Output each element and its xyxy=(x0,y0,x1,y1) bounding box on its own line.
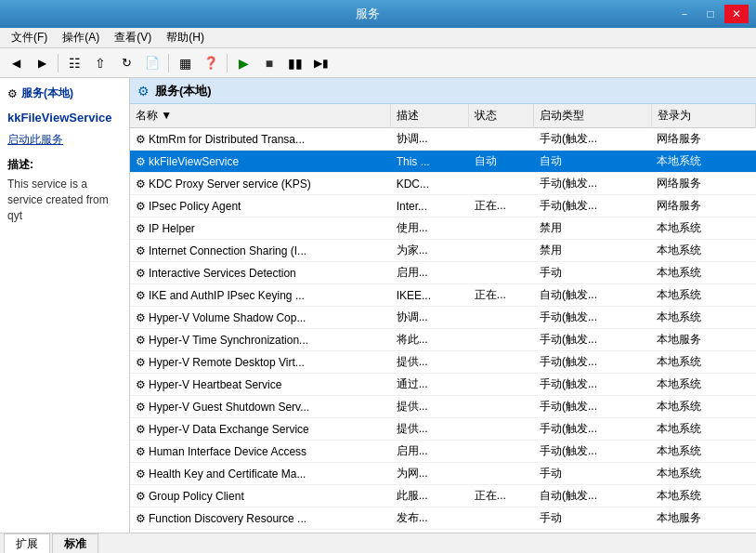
service-logon-cell: 本地系统 xyxy=(651,463,755,485)
service-status-cell xyxy=(469,128,534,151)
service-start-type-cell: 手动 xyxy=(534,463,651,485)
up-button[interactable]: ⇧ xyxy=(88,52,112,74)
service-start-type-cell: 自动(触发... xyxy=(534,485,651,507)
table-row[interactable]: ⚙Function Discovery Provider H...FDP...手… xyxy=(130,530,756,533)
table-row[interactable]: ⚙Function Discovery Resource ...发布...手动本… xyxy=(130,507,756,530)
forward-button[interactable]: ▶ xyxy=(30,52,54,74)
service-desc-cell: Inter... xyxy=(391,195,469,217)
col-desc[interactable]: 描述 xyxy=(391,104,469,128)
table-row[interactable]: ⚙Group Policy Client此服...正在...自动(触发...本地… xyxy=(130,485,756,507)
service-start-type-cell: 手动(触发... xyxy=(534,396,651,418)
description-text: This service is a service created from q… xyxy=(7,177,122,223)
service-desc-cell: 为网... xyxy=(391,463,469,485)
service-logon-cell: 本地系统 xyxy=(651,374,755,396)
table-row[interactable]: ⚙Hyper-V Volume Shadow Cop...协调...手动(触发.… xyxy=(130,307,756,329)
service-start-type-cell: 手动(触发... xyxy=(534,418,651,441)
service-name-cell: ⚙Hyper-V Heartbeat Service xyxy=(130,374,391,396)
table-row[interactable]: ⚙IP Helper使用...禁用本地系统 xyxy=(130,217,756,240)
table-row[interactable]: ⚙Health Key and Certificate Ma...为网...手动… xyxy=(130,463,756,485)
restart-service-toolbar-button[interactable]: ▶▮ xyxy=(309,52,333,74)
stop-service-toolbar-button[interactable]: ■ xyxy=(257,52,281,74)
service-start-type-cell: 禁用 xyxy=(534,217,651,240)
col-logon[interactable]: 登录为 xyxy=(651,104,755,128)
service-desc-cell: IKEE... xyxy=(391,284,469,307)
status-tab-扩展[interactable]: 扩展 xyxy=(4,533,50,554)
services-table-wrapper[interactable]: 名称 ▼ 描述 状态 启动类型 登录为 ⚙KtmRm for Distribut… xyxy=(130,104,756,533)
service-desc-cell: 通过... xyxy=(391,374,469,396)
sidebar: ⚙ 服务(本地) kkFileViewService 启动此服务 描述: Thi… xyxy=(0,78,130,533)
service-name-cell: ⚙Function Discovery Resource ... xyxy=(130,507,391,530)
table-row[interactable]: ⚙Hyper-V Time Synchronization...将此...手动(… xyxy=(130,329,756,351)
show-console-tree-button[interactable]: ☷ xyxy=(62,52,86,74)
properties-button[interactable]: ▦ xyxy=(173,52,197,74)
service-logon-cell: 本地系统 xyxy=(651,485,755,507)
service-desc-cell: 使用... xyxy=(391,217,469,240)
content-header: ⚙ 服务(本地) xyxy=(130,78,756,104)
table-row[interactable]: ⚙IKE and AuthIP IPsec Keying ...IKEE...正… xyxy=(130,284,756,307)
export-button[interactable]: 📄 xyxy=(140,52,164,74)
description-label: 描述: xyxy=(7,157,122,173)
content-area: ⚙ 服务(本地) 名称 ▼ 描述 状态 启动类型 登录为 ⚙KtmRm for … xyxy=(130,78,756,533)
service-start-type-cell: 手动(触发... xyxy=(534,351,651,374)
table-header-row: 名称 ▼ 描述 状态 启动类型 登录为 xyxy=(130,104,756,128)
service-name-cell: ⚙Function Discovery Provider H... xyxy=(130,530,391,533)
minimize-button[interactable]: － xyxy=(672,5,697,23)
service-logon-cell: 本地系统 xyxy=(651,351,755,374)
service-name-cell: ⚙IKE and AuthIP IPsec Keying ... xyxy=(130,284,391,307)
table-row[interactable]: ⚙Hyper-V Remote Desktop Virt...提供...手动(触… xyxy=(130,351,756,374)
back-button[interactable]: ◀ xyxy=(4,52,28,74)
menu-item-查看V[interactable]: 查看(V) xyxy=(107,28,159,47)
table-row[interactable]: ⚙kkFileViewServiceThis ...自动自动本地系统 xyxy=(130,151,756,173)
status-tab-标准[interactable]: 标准 xyxy=(52,533,98,554)
col-status[interactable]: 状态 xyxy=(469,104,534,128)
service-desc-cell: FDP... xyxy=(391,530,469,533)
table-row[interactable]: ⚙KtmRm for Distributed Transa...协调...手动(… xyxy=(130,128,756,151)
service-logon-cell: 本地服务 xyxy=(651,329,755,351)
service-logon-cell: 网络服务 xyxy=(651,128,755,151)
pause-service-toolbar-button[interactable]: ▮▮ xyxy=(283,52,307,74)
close-button[interactable]: ✕ xyxy=(724,5,749,23)
service-desc-cell: This ... xyxy=(391,151,469,173)
service-name-cell: ⚙Group Policy Client xyxy=(130,485,391,507)
service-name-cell: ⚙Health Key and Certificate Ma... xyxy=(130,463,391,485)
service-desc-cell: 此服... xyxy=(391,485,469,507)
separator-3 xyxy=(227,54,228,72)
refresh-button[interactable]: ↻ xyxy=(114,52,138,74)
start-service-link[interactable]: 启动此服务 xyxy=(7,132,122,148)
menu-item-文件F[interactable]: 文件(F) xyxy=(4,28,55,47)
service-status-cell xyxy=(469,351,534,374)
services-tbody: ⚙KtmRm for Distributed Transa...协调...手动(… xyxy=(130,128,756,533)
table-row[interactable]: ⚙Human Interface Device Access启用...手动(触发… xyxy=(130,441,756,463)
service-logon-cell: 本地系统 xyxy=(651,151,755,173)
service-desc-cell: 为家... xyxy=(391,240,469,262)
service-logon-cell: 本地服务 xyxy=(651,530,755,533)
col-start-type[interactable]: 启动类型 xyxy=(534,104,651,128)
table-row[interactable]: ⚙IPsec Policy AgentInter...正在...手动(触发...… xyxy=(130,195,756,217)
status-bar: 扩展标准 xyxy=(0,533,756,553)
window-title: 服务 xyxy=(63,6,672,22)
service-start-type-cell: 手动 xyxy=(534,507,651,530)
sidebar-header-title: 服务(本地) xyxy=(21,86,73,101)
table-row[interactable]: ⚙Hyper-V Data Exchange Service提供...手动(触发… xyxy=(130,418,756,441)
service-desc-cell: 启用... xyxy=(391,262,469,284)
service-desc-cell: 协调... xyxy=(391,307,469,329)
table-row[interactable]: ⚙Interactive Services Detection启用...手动本地… xyxy=(130,262,756,284)
table-row[interactable]: ⚙KDC Proxy Server service (KPS)KDC...手动(… xyxy=(130,173,756,195)
service-status-cell: 正在... xyxy=(469,284,534,307)
help-button[interactable]: ❓ xyxy=(199,52,223,74)
maximize-button[interactable]: □ xyxy=(698,5,723,23)
service-logon-cell: 本地系统 xyxy=(651,396,755,418)
menu-item-操作A[interactable]: 操作(A) xyxy=(55,28,107,47)
service-logon-cell: 网络服务 xyxy=(651,173,755,195)
service-name-cell: ⚙Hyper-V Time Synchronization... xyxy=(130,329,391,351)
col-name[interactable]: 名称 ▼ xyxy=(130,104,391,128)
menu-item-帮助H[interactable]: 帮助(H) xyxy=(159,28,212,47)
table-row[interactable]: ⚙Internet Connection Sharing (I...为家...禁… xyxy=(130,240,756,262)
start-service-toolbar-button[interactable]: ▶ xyxy=(231,52,255,74)
main-layout: ⚙ 服务(本地) kkFileViewService 启动此服务 描述: Thi… xyxy=(0,78,756,533)
service-logon-cell: 本地服务 xyxy=(651,507,755,530)
table-row[interactable]: ⚙Hyper-V Guest Shutdown Serv...提供...手动(触… xyxy=(130,396,756,418)
toolbar: ◀ ▶ ☷ ⇧ ↻ 📄 ▦ ❓ ▶ ■ ▮▮ ▶▮ xyxy=(0,48,756,78)
table-row[interactable]: ⚙Hyper-V Heartbeat Service通过...手动(触发...本… xyxy=(130,374,756,396)
service-start-type-cell: 手动(触发... xyxy=(534,329,651,351)
